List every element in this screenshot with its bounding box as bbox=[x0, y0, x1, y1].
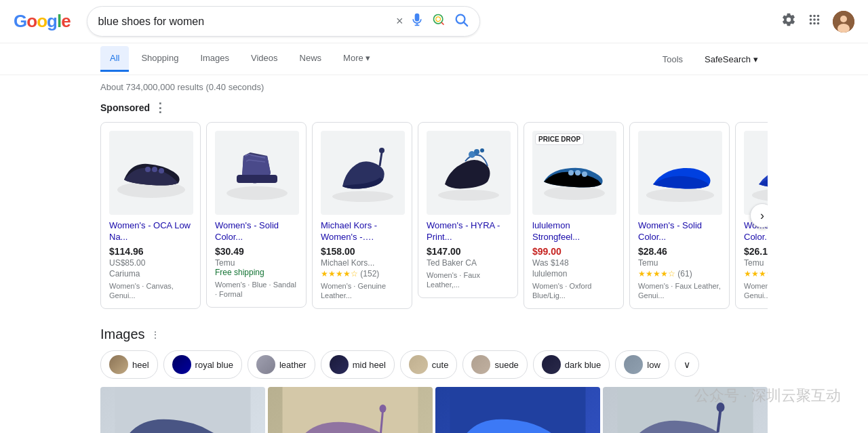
bottom-image-3[interactable] bbox=[435, 387, 600, 433]
chip-label-dark-blue: dark blue bbox=[565, 360, 601, 370]
product-card-2[interactable]: Women's - Solid Color... $30.49 Temu Fre… bbox=[206, 122, 307, 308]
chip-label-royal-blue: royal blue bbox=[195, 360, 233, 370]
product-seller-2: Temu bbox=[215, 258, 298, 268]
lens-search-button[interactable] bbox=[432, 13, 446, 30]
product-image-3 bbox=[321, 131, 405, 215]
product-tags-6: Women's · Faux Leather, Genui... bbox=[638, 281, 721, 301]
svg-point-8 bbox=[840, 16, 847, 22]
search-button[interactable] bbox=[454, 12, 469, 30]
product-card-1[interactable]: Women's - OCA Low Na... $114.96 US$85.00… bbox=[100, 122, 201, 309]
search-input[interactable] bbox=[98, 16, 389, 28]
product-stars-7: ★★★☆☆ bbox=[744, 269, 768, 279]
product-title-1: Women's - OCA Low Na... bbox=[109, 220, 192, 243]
image-chip-mid-heel[interactable]: mid heel bbox=[321, 350, 395, 379]
search-bar: × bbox=[87, 6, 480, 37]
nav-item-images[interactable]: Images bbox=[191, 46, 239, 72]
svg-point-24 bbox=[575, 170, 580, 176]
image-chip-dark-blue[interactable]: dark blue bbox=[533, 350, 610, 379]
results-count: About 734,000,000 results (0.40 seconds) bbox=[100, 82, 768, 92]
product-image-2 bbox=[215, 131, 299, 215]
svg-point-12 bbox=[152, 167, 157, 172]
product-brand-1: Cariuma bbox=[109, 269, 192, 279]
product-seller-1: US$85.00 bbox=[109, 258, 192, 268]
product-seller-3: Michael Kors... bbox=[321, 258, 403, 268]
product-card-4[interactable]: Women's - HYRA - Print... $147.00 Ted Ba… bbox=[418, 122, 518, 298]
product-title-6: Women's - Solid Color... bbox=[638, 220, 721, 243]
chip-thumb-suede bbox=[471, 355, 490, 374]
bottom-image-4[interactable] bbox=[603, 387, 768, 433]
svg-point-25 bbox=[582, 171, 587, 177]
svg-point-28 bbox=[752, 188, 768, 202]
product-card-5[interactable]: PRICE DROP lululemon Strongfeel... $99.0… bbox=[524, 122, 624, 309]
svg-rect-15 bbox=[237, 175, 277, 183]
clear-icon[interactable]: × bbox=[396, 14, 403, 28]
product-brand-5: lululemon bbox=[532, 269, 615, 279]
logo-o1: o bbox=[26, 11, 37, 32]
nav-item-videos[interactable]: Videos bbox=[241, 46, 288, 72]
svg-point-21 bbox=[474, 149, 479, 154]
product-title-2: Women's - Solid Color... bbox=[215, 220, 298, 243]
product-image-1 bbox=[109, 131, 193, 215]
svg-point-18 bbox=[379, 148, 384, 153]
image-chip-leather[interactable]: leather bbox=[248, 350, 315, 379]
image-chip-royal-blue[interactable]: royal blue bbox=[163, 350, 242, 379]
product-price-6: $28.46 bbox=[638, 246, 721, 257]
svg-point-35 bbox=[380, 405, 387, 413]
product-card-3[interactable]: Michael Kors - Women's -…. $158.00 Micha… bbox=[312, 122, 412, 309]
product-seller-6: Temu bbox=[638, 258, 721, 268]
chip-thumb-cute bbox=[409, 355, 428, 374]
voice-search-button[interactable] bbox=[410, 13, 424, 30]
safesearch-label: SafeSearch bbox=[705, 54, 751, 64]
bottom-image-1[interactable] bbox=[100, 387, 265, 433]
sponsored-text: Sponsored bbox=[100, 102, 150, 113]
safesearch-toggle[interactable]: SafeSearch ▾ bbox=[695, 47, 768, 71]
product-stars-3: ★★★★☆ bbox=[321, 269, 358, 279]
safesearch-arrow: ▾ bbox=[753, 54, 758, 64]
svg-point-39 bbox=[717, 403, 725, 412]
images-section-title: Images bbox=[100, 327, 145, 342]
chip-label-cute: cute bbox=[432, 360, 449, 370]
tools-button[interactable]: Tools bbox=[653, 47, 692, 71]
image-chips-container: heel royal blue leather mid heel cute su… bbox=[100, 350, 768, 379]
chips-expand-button[interactable]: ∨ bbox=[675, 352, 699, 377]
product-tags-4: Women's · Faux Leather,... bbox=[427, 270, 509, 290]
images-more-icon[interactable]: ⋮ bbox=[151, 329, 160, 340]
product-title-3: Michael Kors - Women's -…. bbox=[321, 220, 403, 243]
image-chip-cute[interactable]: cute bbox=[400, 350, 458, 379]
bottom-image-2[interactable] bbox=[268, 387, 433, 433]
settings-icon[interactable] bbox=[781, 12, 796, 30]
image-chip-low[interactable]: low bbox=[615, 350, 669, 379]
product-price-4: $147.00 bbox=[427, 246, 509, 257]
product-stars-count-6: (61) bbox=[675, 269, 692, 279]
svg-point-11 bbox=[159, 168, 164, 173]
chip-thumb-dark-blue bbox=[542, 355, 561, 374]
product-tags-2: Women's · Blue · Sandal · Formal bbox=[215, 280, 298, 300]
svg-point-16 bbox=[332, 191, 393, 202]
sponsored-options-icon[interactable]: ⋮ bbox=[154, 100, 166, 115]
image-chip-suede[interactable]: suede bbox=[462, 350, 527, 379]
svg-point-26 bbox=[568, 170, 574, 176]
nav-item-news[interactable]: News bbox=[290, 46, 332, 72]
logo-e: e bbox=[61, 11, 70, 32]
nav-item-shopping[interactable]: Shopping bbox=[132, 46, 188, 72]
chip-thumb-low bbox=[624, 355, 643, 374]
chip-label-mid-heel: mid heel bbox=[353, 360, 386, 370]
product-price-5: $99.00 bbox=[532, 246, 561, 257]
chip-label-heel: heel bbox=[132, 360, 149, 370]
product-price-3: $158.00 bbox=[321, 246, 403, 257]
product-shipping-2: Free shipping bbox=[215, 268, 298, 277]
svg-point-19 bbox=[438, 190, 499, 201]
product-card-6[interactable]: Women's - Solid Color... $28.46 Temu ★★★… bbox=[629, 122, 730, 309]
image-chip-heel[interactable]: heel bbox=[100, 350, 158, 379]
product-stars-6: ★★★★☆ bbox=[638, 269, 675, 279]
nav-item-all[interactable]: All bbox=[100, 46, 129, 72]
svg-point-14 bbox=[226, 186, 288, 200]
product-seller-4: Ted Baker CA bbox=[427, 258, 509, 268]
avatar[interactable] bbox=[833, 11, 854, 33]
google-logo: Google bbox=[14, 11, 71, 32]
nav-item-more[interactable]: More ▾ bbox=[334, 46, 380, 72]
product-image-7 bbox=[744, 131, 768, 215]
logo-o2: o bbox=[37, 11, 47, 32]
apps-icon[interactable] bbox=[807, 12, 822, 30]
product-title-5: lululemon Strongfeel... bbox=[532, 220, 615, 243]
